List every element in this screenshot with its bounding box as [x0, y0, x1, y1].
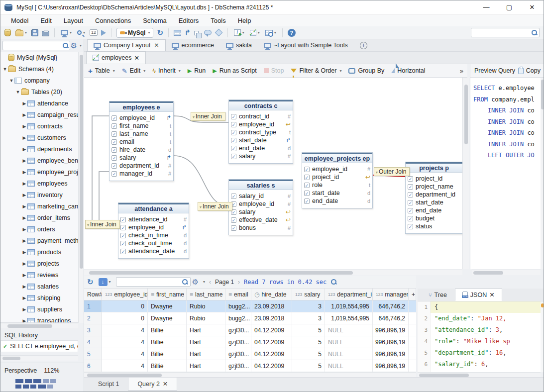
sql-editor-button[interactable]: I▾	[233, 28, 245, 37]
diagram-field-salary_id[interactable]: ✓salary_id#	[231, 192, 291, 200]
field-checkbox[interactable]: ✓	[231, 130, 236, 135]
json-code[interactable]: {"end_date": "Jan 12,"attendance_id": 3,…	[431, 301, 541, 372]
cell-email[interactable]: bugg2...	[225, 300, 251, 312]
cell-email[interactable]: bugg2...	[225, 312, 251, 324]
close-tab-icon[interactable]: ✕	[163, 380, 168, 388]
field-checkbox[interactable]: ✓	[408, 184, 413, 190]
tree-item-salaries[interactable]: ▶salaries	[0, 281, 78, 292]
diagram-table-salaries[interactable]: salaries s✓salary_id#✓employee_id#✓salar…	[228, 179, 293, 235]
field-checkbox[interactable]: ✓	[111, 123, 117, 129]
cell-manager_[interactable]: 996,896,19	[373, 336, 409, 348]
cell-employee_id[interactable]: 4	[102, 348, 148, 360]
field-checkbox[interactable]: ✓	[231, 114, 236, 119]
layout-button[interactable]: ▾	[60, 29, 73, 36]
tab-tree[interactable]: ⑂Tree	[422, 289, 454, 301]
save-icon[interactable]	[31, 29, 38, 36]
cell-salary[interactable]: 3	[292, 300, 325, 312]
cell-last_name[interactable]: Hart	[187, 360, 225, 372]
tree-item-tables-20-[interactable]: ▼Tables (20)	[0, 86, 78, 98]
prev-page-icon[interactable]: ‹	[209, 279, 211, 286]
diagram-field-start_date[interactable]: ✓start_dated	[304, 189, 370, 197]
menu-item-edit[interactable]: Edit	[35, 15, 57, 26]
diagram-field-department_id[interactable]: ✓department_id#	[111, 162, 171, 170]
close-button[interactable]: ✕	[521, 0, 544, 14]
diagram-field-contract_type[interactable]: ✓contract_typet	[231, 128, 291, 136]
field-checkbox[interactable]: ✓	[408, 208, 413, 213]
tree-item-marketing-camp[interactable]: ▶marketing_camp	[0, 200, 78, 212]
cell-salary[interactable]: 5	[292, 324, 325, 336]
cell-last_name[interactable]: Hart	[187, 348, 225, 360]
column-header-hire-date[interactable]: ◷hire_date	[251, 289, 292, 300]
tree-item-inventory[interactable]: ▶inventory	[0, 189, 78, 200]
field-checkbox[interactable]: ✓	[120, 225, 126, 230]
cell-salary[interactable]: 5	[292, 336, 325, 348]
tree-item-employees[interactable]: ▶employees	[0, 178, 78, 189]
diagram-field-salary[interactable]: ✓salary#	[231, 152, 291, 160]
expand-icon[interactable]: ▶	[22, 181, 27, 186]
cell-hire_date[interactable]: 04.12.2009	[251, 336, 292, 348]
expand-icon[interactable]: ▶	[22, 112, 27, 117]
edit-button[interactable]: ✎Edit▾	[122, 67, 145, 75]
documentation-icon[interactable]: 12	[90, 29, 98, 36]
cell-employee_id[interactable]: 4	[102, 360, 148, 372]
horizontal-button[interactable]: Horizontal	[391, 67, 425, 74]
global-search-input[interactable]	[471, 28, 540, 37]
tree-vertical-scrollbar[interactable]	[78, 52, 84, 323]
diagram-field-budget[interactable]: ✓budget	[408, 214, 460, 222]
menu-item-tools[interactable]: Tools	[205, 15, 231, 26]
field-checkbox[interactable]: ✓	[111, 139, 117, 145]
cell-first_name[interactable]: Dwayne	[148, 300, 187, 312]
tree-item-company[interactable]: ▼company	[0, 75, 78, 86]
cell-department_id[interactable]: NULL	[325, 360, 373, 372]
zoom-button[interactable]: ▾	[76, 29, 86, 36]
expand-icon[interactable]: ▶	[22, 204, 27, 209]
field-checkbox[interactable]: ✓	[231, 194, 236, 199]
diagram-field-employee_id[interactable]: ✓employee_id#	[304, 165, 370, 173]
cell-manager_[interactable]: 646,746,2	[373, 300, 409, 312]
field-checkbox[interactable]: ✓	[231, 225, 236, 231]
cell-email[interactable]: gzjl30...	[225, 360, 251, 372]
expand-icon[interactable]: ▶	[22, 124, 27, 129]
sidebar-search-icon[interactable]	[62, 42, 69, 49]
inner-join-label[interactable]: ▾Inner Join	[198, 202, 232, 211]
grid-horizontal-scrollbar[interactable]	[84, 372, 416, 377]
column-header-employee-id[interactable]: 123employee_id	[102, 289, 148, 300]
data-generator-button[interactable]: ▾	[249, 29, 261, 37]
close-tab-icon[interactable]: ✕	[134, 54, 139, 62]
expand-icon[interactable]: ▶	[22, 261, 27, 266]
menu-item-schema[interactable]: Schema	[137, 15, 172, 26]
results-filter-search-icon[interactable]	[182, 279, 188, 285]
cell-department_id[interactable]: NULL	[325, 324, 373, 336]
results-gear-icon[interactable]: ⚙	[192, 279, 199, 286]
expand-icon[interactable]: ▶	[22, 170, 27, 175]
diagram-field-bonus[interactable]: ✓bonus#	[231, 224, 291, 232]
new-layout-button[interactable]: +	[360, 42, 367, 49]
print-icon[interactable]	[42, 31, 49, 36]
tree-item-attendance[interactable]: ▶attendance	[0, 98, 78, 109]
expand-icon[interactable]: ▶	[22, 250, 27, 255]
field-checkbox[interactable]: ✓	[120, 249, 126, 254]
copy-button[interactable]: Copy	[518, 67, 541, 74]
layout-tab-sakila[interactable]: sakila	[220, 39, 258, 51]
field-checkbox[interactable]: ✓	[111, 155, 117, 161]
menu-item-model[interactable]: Model	[5, 15, 34, 26]
results-zoom-icon[interactable]	[330, 279, 337, 285]
field-checkbox[interactable]: ✓	[120, 217, 126, 222]
field-checkbox[interactable]: ✓	[304, 167, 310, 172]
field-checkbox[interactable]: ✓	[304, 191, 310, 196]
cell-manager_[interactable]: 996,896,19	[373, 348, 409, 360]
cell-department_id[interactable]: NULL	[325, 348, 373, 360]
expand-icon[interactable]: ▶	[22, 101, 27, 106]
tab-query-2[interactable]: Query 2✕	[128, 378, 177, 391]
sidebar-gear-icon[interactable]: ⚙	[71, 42, 77, 49]
expand-icon[interactable]: ▶	[22, 193, 27, 197]
cell-employee_id[interactable]: 4	[102, 336, 148, 348]
expand-icon[interactable]: ▶	[22, 227, 27, 232]
outer-join-label[interactable]: ▾Outer Join	[374, 167, 410, 176]
tree-item-shipping[interactable]: ▶shipping	[0, 292, 78, 303]
cell-hire_date[interactable]: 23.09.2018	[251, 312, 292, 324]
group-by-button[interactable]: Group By	[348, 67, 384, 74]
diagram-field-employee_id[interactable]: ✓employee_id#	[231, 200, 291, 208]
inner-join-label[interactable]: ▾Inner Join	[85, 220, 120, 229]
field-checkbox[interactable]: ✓	[408, 200, 413, 205]
